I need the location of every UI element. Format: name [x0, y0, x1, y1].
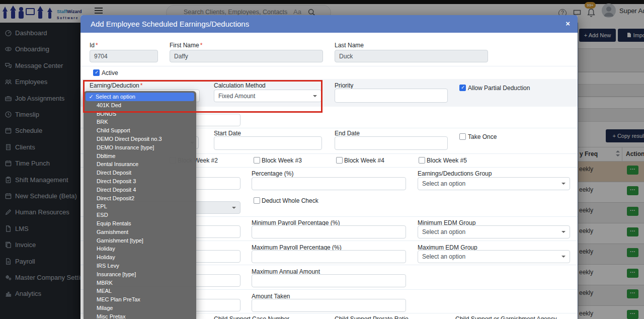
- first-name-label: First Name*: [170, 42, 202, 49]
- priority-label: Priority: [335, 82, 353, 89]
- dropdown-option[interactable]: Garnishment: [84, 228, 196, 236]
- dropdown-option[interactable]: Misc Pretax: [84, 312, 196, 319]
- earning-deduction-label: Earning/Deduction*: [90, 82, 142, 89]
- allow-partial-deduction-label: Allow Partial Deduction: [468, 85, 530, 92]
- dropdown-option[interactable]: Direct Deposit 4: [84, 186, 196, 194]
- block-week-4-label: Block Week #4: [344, 157, 384, 164]
- dropdown-option[interactable]: 401K Ded: [84, 101, 196, 110]
- block-week-5-label: Block Week #5: [427, 157, 467, 164]
- child-support-prorate-ratio-label: Child Support Prorate Ratio: [335, 315, 409, 319]
- dropdown-option[interactable]: EPL: [84, 202, 196, 211]
- maximum-payroll-percentage-field[interactable]: [252, 250, 406, 263]
- active-checkbox[interactable]: [93, 69, 100, 76]
- end-date-field[interactable]: [335, 136, 448, 150]
- earnings-deductions-group-select[interactable]: Select an option: [418, 177, 570, 190]
- calculation-method-label: Calculation Method: [214, 82, 266, 89]
- start-date-field[interactable]: [214, 136, 322, 150]
- dropdown-option[interactable]: Dbltime: [84, 152, 196, 161]
- maximum-edm-group-select[interactable]: Select an option: [418, 250, 570, 263]
- percentage-label: Percentage (%): [252, 170, 293, 177]
- check-icon: ✓: [88, 93, 95, 101]
- dropdown-option[interactable]: Equip Rentals: [84, 219, 196, 228]
- app-window: StaffWizard Software Search Clients, Emp…: [0, 0, 644, 319]
- deduct-whole-check-label: Deduct Whole Check: [262, 197, 318, 204]
- block-week-3-checkbox[interactable]: [254, 157, 260, 164]
- modal-header: Add Employee Scheduled Earnings/Deductio…: [80, 15, 578, 33]
- maximum-annual-amount-field[interactable]: [252, 274, 406, 287]
- percentage-field[interactable]: [252, 177, 406, 190]
- first-name-field: Daffy: [170, 50, 323, 62]
- minimum-edm-group-select[interactable]: Select an option: [418, 225, 570, 238]
- dropdown-option[interactable]: DEMO Direct Deposit no.3: [84, 135, 196, 143]
- earning-deduction-listbox: ✓Select an option401K DedBONUSBRKChild S…: [84, 91, 196, 319]
- dropdown-option[interactable]: BRK: [84, 118, 196, 126]
- block-week-4-checkbox[interactable]: [336, 157, 343, 164]
- calculation-method-select[interactable]: Fixed Amount: [214, 90, 321, 102]
- dropdown-option[interactable]: Direct Deposit2: [84, 194, 196, 203]
- minimum-payroll-percentage-field[interactable]: [252, 225, 406, 238]
- dropdown-option[interactable]: Garnishment [type]: [84, 236, 196, 245]
- dropdown-option[interactable]: ✓Select an option: [86, 93, 194, 101]
- dropdown-option[interactable]: MEAL: [84, 287, 196, 295]
- dropdown-option[interactable]: Direct Deposit 3: [84, 177, 196, 186]
- take-once-checkbox[interactable]: [459, 133, 466, 140]
- dropdown-option[interactable]: ESD: [84, 211, 196, 219]
- priority-field[interactable]: [335, 89, 448, 103]
- dropdown-option[interactable]: Insurance [type]: [84, 270, 196, 279]
- dropdown-option[interactable]: DEMO Insurance [type]: [84, 143, 196, 152]
- deduct-whole-check-checkbox[interactable]: [254, 197, 260, 204]
- start-date-label: Start Date: [214, 130, 241, 137]
- dropdown-option[interactable]: Child Support: [84, 126, 196, 135]
- block-week-3-label: Block Week #3: [262, 157, 302, 164]
- dropdown-option[interactable]: Dental Insurance: [84, 160, 196, 169]
- close-icon[interactable]: ×: [566, 19, 570, 28]
- child-support-case-number-label: Child Support Case Number: [214, 315, 289, 319]
- allow-partial-deduction-checkbox[interactable]: [459, 85, 466, 91]
- dropdown-option[interactable]: MEC Plan PreTax: [84, 295, 196, 304]
- dropdown-option[interactable]: Holiday: [84, 253, 196, 262]
- id-field: 9704: [90, 50, 158, 62]
- earnings-deductions-group-label: Earnings/Deductions Group: [418, 170, 492, 177]
- take-once-label: Take Once: [468, 133, 497, 140]
- end-date-label: End Date: [335, 130, 360, 137]
- dropdown-option[interactable]: Direct Deposit: [84, 169, 196, 177]
- dropdown-option[interactable]: MBRK: [84, 279, 196, 287]
- last-name-label: Last Name: [335, 42, 364, 49]
- amount-taken-field[interactable]: [252, 299, 406, 312]
- active-label: Active: [102, 69, 118, 76]
- child-support-agency-label: Child Support or Garnishment Agency: [455, 315, 556, 319]
- dropdown-option[interactable]: BONUS: [84, 110, 196, 118]
- modal-title: Add Employee Scheduled Earnings/Deductio…: [91, 20, 249, 28]
- id-label: Id*: [90, 42, 98, 49]
- block-week-5-checkbox[interactable]: [419, 157, 425, 164]
- dropdown-option[interactable]: Milage: [84, 304, 196, 312]
- dropdown-option[interactable]: IRS Levy: [84, 262, 196, 270]
- last-name-field: Duck: [335, 50, 488, 62]
- dropdown-option[interactable]: Holiday: [84, 245, 196, 253]
